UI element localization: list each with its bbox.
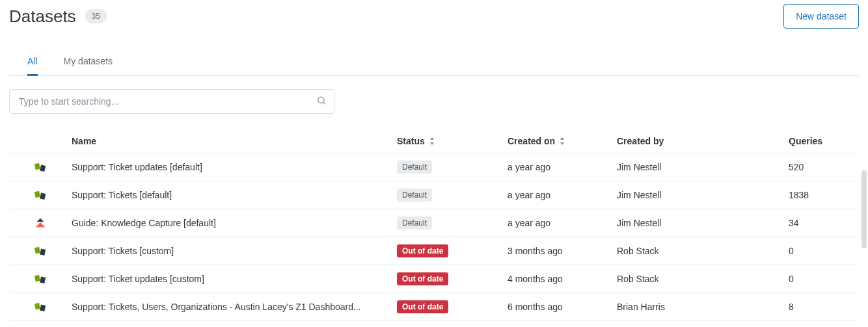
dataset-created-on: a year ago [508,162,617,172]
dataset-created-by: Rob Stack [617,246,789,256]
table-row[interactable]: Support: Tickets [default]Defaulta year … [9,181,859,209]
dataset-queries: 8 [789,302,859,312]
column-status[interactable]: Status [397,136,508,146]
dataset-created-on: a year ago [508,190,617,200]
support-icon [9,188,72,202]
support-icon [9,300,72,314]
dataset-name: Support: Ticket updates [custom] [72,274,397,284]
column-name[interactable]: Name [72,136,397,146]
support-icon [9,272,72,286]
svg-marker-7 [36,222,46,227]
status-badge: Out of date [397,244,448,257]
dataset-queries: 0 [789,274,859,284]
column-created-by[interactable]: Created by [617,136,789,146]
dataset-created-on: 4 months ago [508,274,617,284]
dataset-created-by: Jim Nestell [617,162,789,172]
guide-icon [9,216,72,230]
dataset-name: Support: Tickets [custom] [72,246,397,256]
sort-icon [559,137,565,145]
svg-rect-4 [34,191,40,198]
dataset-queries: 520 [789,162,859,172]
table-row[interactable]: Support: Tickets [custom]Out of date3 mo… [9,237,859,265]
tab-my-datasets[interactable]: My datasets [64,56,113,76]
search-input[interactable] [9,89,334,114]
dataset-name: Support: Ticket updates [default] [72,162,397,172]
dataset-status: Default [397,189,508,202]
svg-line-1 [323,103,325,105]
search-icon [316,96,327,108]
svg-rect-11 [40,277,46,283]
column-queries[interactable]: Queries [789,136,859,146]
scrollbar[interactable] [861,170,867,248]
column-created-on[interactable]: Created on [508,136,617,146]
new-dataset-button[interactable]: New dataset [783,4,859,29]
dataset-name: Support: Tickets [default] [72,190,397,200]
dataset-count-badge: 35 [85,9,107,23]
dataset-created-by: Brian Harris [617,302,789,312]
support-icon [9,244,72,258]
table-header: Name Status Created on Created by Querie… [9,129,859,153]
dataset-name: Support: Tickets, Users, Organizations -… [72,302,397,312]
table-row[interactable]: Support: Ticket updates [default]Default… [9,153,859,181]
tab-all[interactable]: All [27,56,38,76]
dataset-queries: 1838 [789,190,859,200]
dataset-created-by: Rob Stack [617,274,789,284]
dataset-created-on: 6 months ago [508,302,617,312]
svg-rect-3 [40,165,46,172]
support-icon [9,160,72,174]
dataset-queries: 0 [789,246,859,256]
table-row[interactable]: Support: Ticket updates [custom]Out of d… [9,265,859,293]
column-created-on-label: Created on [508,136,555,146]
svg-marker-6 [37,218,44,222]
svg-rect-5 [40,193,46,200]
svg-rect-10 [34,275,40,281]
dataset-created-by: Jim Nestell [617,190,789,200]
dataset-status: Out of date [397,272,508,285]
column-status-label: Status [397,136,425,146]
sort-icon [429,137,435,145]
dataset-created-on: 3 months ago [508,246,617,256]
dataset-queries: 34 [789,218,859,228]
status-badge: Default [397,216,432,229]
svg-rect-13 [40,305,46,311]
status-badge: Default [397,161,432,174]
svg-point-0 [318,97,324,103]
status-badge: Out of date [397,272,448,285]
tabs: All My datasets [9,56,859,76]
dataset-status: Default [397,161,508,174]
svg-rect-12 [34,303,40,309]
dataset-created-on: a year ago [508,218,617,228]
svg-rect-2 [34,163,40,170]
svg-rect-9 [40,249,46,255]
dataset-created-by: Jim Nestell [617,218,789,228]
svg-rect-8 [34,247,40,254]
dataset-status: Default [397,216,508,229]
table-row[interactable]: Guide: Knowledge Capture [default]Defaul… [9,209,859,237]
status-badge: Out of date [397,300,448,313]
table-row[interactable]: Support: Tickets, Users, Organizations -… [9,293,859,321]
dataset-name: Guide: Knowledge Capture [default] [72,218,397,228]
page-title: Datasets [9,7,76,27]
dataset-status: Out of date [397,244,508,257]
datasets-table: Name Status Created on Created by Querie… [9,129,859,321]
dataset-status: Out of date [397,300,508,313]
status-badge: Default [397,189,432,202]
